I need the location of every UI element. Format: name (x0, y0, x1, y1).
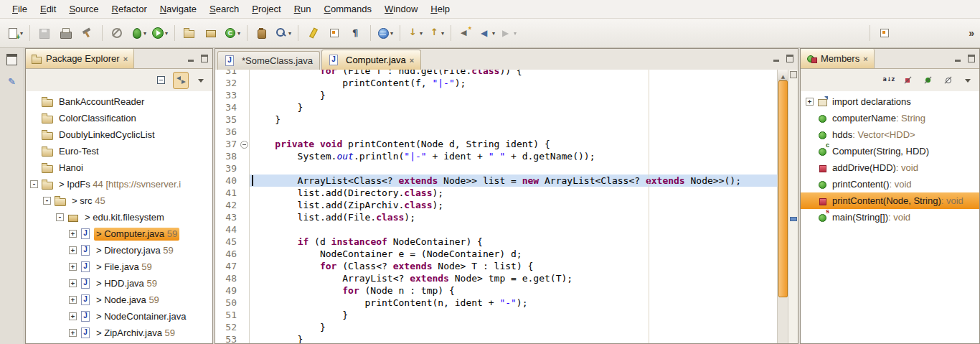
menu-run[interactable]: Run (288, 1, 318, 17)
expander-plus-icon[interactable]: + (69, 329, 77, 337)
editor-line[interactable]: 45 if (d instanceof NodeContainer) { (215, 236, 777, 248)
debug-button[interactable]: ▾ (128, 24, 149, 42)
overview-ruler-marker[interactable] (790, 217, 797, 221)
editor-line[interactable]: 44 (215, 223, 777, 236)
collapse-region-icon[interactable] (240, 141, 248, 149)
menu-file[interactable]: File (6, 1, 34, 17)
skip-all-breakpoints-button[interactable] (107, 24, 127, 42)
tree-item[interactable]: Euro-Test (26, 143, 212, 159)
overview-ruler-header[interactable] (790, 71, 797, 78)
scrollbar-thumb[interactable] (778, 80, 788, 297)
new-java-package-button[interactable] (201, 24, 221, 42)
editor-line[interactable]: 52 } (215, 321, 777, 333)
search-button[interactable]: ▾ (273, 24, 293, 42)
tab-computer-java[interactable]: Computer.java (321, 50, 421, 70)
back-button[interactable]: ▾ (477, 24, 497, 42)
editor-line[interactable]: 37 private void printContent(Node d, Str… (215, 138, 777, 150)
menu-edit[interactable]: Edit (34, 1, 62, 17)
menu-project[interactable]: Project (245, 1, 287, 17)
tree-item[interactable]: +> NodeContainer.java (26, 308, 212, 325)
print-button[interactable] (56, 24, 76, 42)
open-web-browser-button[interactable]: ▾ (375, 24, 395, 42)
menu-navigate[interactable]: Navigate (154, 1, 203, 17)
dropdown-arrow-icon[interactable]: ▾ (441, 30, 444, 37)
mark-occurrences-button[interactable] (303, 24, 323, 42)
member-item[interactable]: computerName : String (801, 110, 979, 126)
view-menu-button[interactable] (193, 72, 209, 89)
expander-plus-icon[interactable]: + (69, 312, 77, 320)
collapse-all-button[interactable] (153, 72, 169, 89)
member-item[interactable]: addDrive(HDD) : void (801, 159, 979, 176)
close-icon[interactable] (863, 53, 867, 64)
dropdown-arrow-icon[interactable]: ▾ (492, 30, 495, 37)
tree-item[interactable]: BankAccountReader (26, 93, 212, 110)
editor-line[interactable]: 38 System.out.println("|-" + ident + " "… (215, 150, 777, 162)
overview-ruler[interactable] (788, 70, 798, 343)
previous-annotation-button[interactable]: ▾ (426, 24, 446, 42)
editor-line[interactable]: 34 } (215, 101, 777, 113)
editor-line[interactable]: 32 printContent(f, "|-"); (215, 77, 777, 89)
close-icon[interactable] (123, 53, 128, 64)
members-tab[interactable]: Members (801, 49, 875, 68)
dropdown-arrow-icon[interactable]: ▾ (514, 30, 517, 37)
last-edit-location-button[interactable] (456, 24, 476, 42)
member-item[interactable]: hdds : Vector<HDD> (801, 126, 979, 143)
menu-search[interactable]: Search (203, 1, 245, 17)
close-icon[interactable] (410, 55, 414, 65)
editor-line[interactable]: 43 list.add(File.class); (215, 211, 777, 223)
new-java-class-button[interactable]: ▾ (222, 24, 242, 42)
tree-item[interactable]: +> File.java 59 (26, 259, 212, 275)
editor-line[interactable]: 42 list.add(ZipArchiv.class); (215, 199, 777, 211)
next-annotation-button[interactable]: ▾ (405, 24, 425, 42)
scrollbar-up-arrow-icon[interactable] (778, 70, 788, 80)
editor-line[interactable]: 50 printContent(n, ident + "-"); (215, 297, 777, 309)
editor-vertical-scrollbar[interactable] (777, 70, 788, 343)
menu-window[interactable]: Window (378, 1, 424, 17)
run-button[interactable]: ▾ (150, 24, 170, 42)
dropdown-arrow-icon[interactable]: ▾ (237, 30, 240, 37)
member-item[interactable]: printContent(Node, String) : void (801, 192, 979, 209)
dropdown-arrow-icon[interactable]: ▾ (20, 30, 23, 37)
menu-help[interactable]: Help (424, 1, 456, 17)
expander-minus-icon[interactable]: - (56, 213, 64, 221)
editor-line[interactable]: 48 ArrayList<? extends Node> tmp = e.get… (215, 272, 777, 284)
editor-line[interactable]: 41 list.add(Directory.class); (215, 187, 777, 199)
menu-commands[interactable]: Commands (318, 1, 378, 17)
editor-line[interactable]: 49 for (Node n : tmp) { (215, 284, 777, 297)
new-java-project-button[interactable] (179, 24, 199, 42)
editor-line[interactable]: 53 } (215, 333, 777, 343)
editor-line[interactable]: 36 (215, 126, 777, 138)
editor-line[interactable]: 47 for (Class<? extends Node> T : list) … (215, 260, 777, 272)
editor-line[interactable]: 51 } (215, 309, 777, 321)
expander-plus-icon[interactable]: + (69, 279, 77, 287)
sort-button[interactable] (880, 72, 895, 89)
hide-non-public-members-button[interactable] (940, 72, 956, 89)
tree-item[interactable]: DoublyLinkedCyclicList (26, 126, 212, 143)
package-explorer-tab[interactable]: Package Explorer (26, 49, 134, 68)
dropdown-arrow-icon[interactable]: ▾ (390, 30, 393, 37)
tree-item[interactable]: ColorClassification (26, 110, 212, 126)
editor-line[interactable]: 31 for (File f : hdd.get(File.class)) { (215, 70, 777, 77)
hide-static-members-button[interactable] (920, 72, 936, 89)
editor-line[interactable]: 40 ArrayList<Class<? extends Node>> list… (215, 175, 777, 187)
editor-line[interactable]: 39 (215, 162, 777, 175)
editor-line[interactable]: 35 } (215, 113, 777, 126)
tree-item[interactable]: +> HDD.java 59 (26, 275, 212, 292)
minimize-button[interactable] (771, 54, 782, 63)
tree-item[interactable]: Hanoi (26, 159, 212, 176)
export-jar-button[interactable] (252, 24, 272, 42)
dropdown-arrow-icon[interactable]: ▾ (288, 30, 291, 37)
tree-item[interactable]: +> Node.java 59 (26, 292, 212, 308)
link-with-editor-button[interactable] (173, 72, 189, 89)
expander-plus-icon[interactable]: + (69, 246, 77, 254)
member-item[interactable]: Computer(String, HDD) (801, 143, 979, 159)
maximize-button[interactable] (785, 54, 796, 63)
tree-item[interactable]: +> ZipArchiv.java 59 (26, 325, 212, 341)
minimize-button[interactable] (186, 54, 197, 63)
view-menu-button[interactable] (960, 72, 976, 89)
expander-plus-icon[interactable]: + (806, 98, 814, 106)
dropdown-arrow-icon[interactable]: ▾ (420, 30, 423, 37)
menu-source[interactable]: Source (62, 1, 105, 17)
maximize-button[interactable] (966, 54, 977, 63)
expander-minus-icon[interactable]: - (43, 197, 51, 205)
